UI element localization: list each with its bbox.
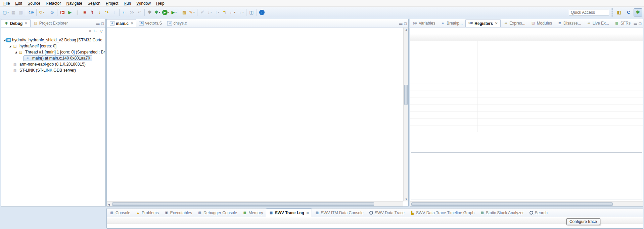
- tab-registers[interactable]: 1010Registers✕: [465, 19, 501, 27]
- vertical-scroll-thumb[interactable]: [404, 85, 408, 105]
- back-button[interactable]: ←▾: [228, 8, 237, 16]
- close-icon[interactable]: ✕: [495, 22, 498, 25]
- editor-vertical-scrollbar[interactable]: ▲ ▼: [403, 28, 408, 201]
- dropdown-arrow-icon[interactable]: ▾: [242, 11, 244, 14]
- tab-console[interactable]: ▤Console: [107, 208, 133, 217]
- dropdown-arrow-icon[interactable]: ▾: [175, 11, 177, 14]
- column-divider[interactable]: [477, 41, 477, 132]
- prev-annotation-button[interactable]: ↑▾: [214, 8, 221, 16]
- tab-problems[interactable]: ▲Problems: [133, 208, 162, 217]
- remove-all-terminated-icon[interactable]: ✕: [89, 29, 92, 33]
- horizontal-scroll-thumb[interactable]: [112, 202, 374, 206]
- debug-tree-item-1[interactable]: ◢▤hydrafw.elf [cores: 0]: [1, 43, 105, 49]
- dropdown-arrow-icon[interactable]: ▾: [7, 11, 9, 14]
- tab-swv-data-trace[interactable]: SWV Data Trace: [366, 208, 407, 217]
- external-tools-button[interactable]: ▶▾: [170, 8, 178, 16]
- step-into-button[interactable]: ↓: [96, 8, 103, 16]
- scroll-left-icon[interactable]: ◀: [108, 203, 110, 206]
- horizontal-scroll-thumb[interactable]: [411, 202, 613, 206]
- restart-button[interactable]: ↶: [136, 8, 143, 16]
- tab-static-stack-analyzer[interactable]: ▤Static Stack Analyzer: [477, 208, 526, 217]
- new-button[interactable]: ▢▾: [2, 8, 10, 16]
- scroll-down-icon[interactable]: ▼: [405, 198, 408, 201]
- debug-perspective-button[interactable]: ✱: [634, 8, 642, 16]
- cpp-perspective-button[interactable]: C: [624, 8, 633, 16]
- tab-live-ex[interactable]: ∞Live Ex...: [584, 19, 612, 27]
- skip-breakpoints-button[interactable]: ⊘: [48, 8, 56, 16]
- instruction-stepping-button[interactable]: i→: [121, 8, 128, 16]
- save-button[interactable]: ▦: [10, 8, 17, 16]
- last-edit-button[interactable]: ↰: [221, 8, 228, 16]
- dropdown-arrow-icon[interactable]: ▾: [168, 11, 170, 14]
- suspend-button[interactable]: ∥: [74, 8, 81, 16]
- maximize-icon[interactable]: ▢: [404, 22, 407, 25]
- view-menu-icon[interactable]: ▽: [100, 29, 103, 33]
- menu-item-window[interactable]: Window: [134, 0, 153, 6]
- format-button[interactable]: ✐: [199, 8, 206, 16]
- disconnect-button[interactable]: ↯: [88, 8, 96, 16]
- debug-tree-item-0[interactable]: ◢IDEhydrafw_hydranfc_shield_v2 Debug [ST…: [1, 37, 105, 43]
- tab-debugger-console[interactable]: ▤Debugger Console: [195, 208, 240, 217]
- menu-item-file[interactable]: File: [1, 0, 12, 6]
- close-icon[interactable]: ✕: [131, 22, 133, 25]
- tab-main-c[interactable]: .cmain.c✕: [107, 19, 136, 27]
- menu-item-source[interactable]: Source: [25, 0, 43, 6]
- expanded-arrow-icon[interactable]: ◢: [8, 45, 12, 48]
- tab-swv-trace-log[interactable]: ▦SWV Trace Log✕: [266, 208, 312, 217]
- tab-sfrs[interactable]: ▦SFRs: [612, 19, 633, 27]
- next-annotation-button[interactable]: ↓▾: [206, 8, 214, 16]
- dropdown-arrow-icon[interactable]: ▾: [234, 11, 236, 14]
- tab-expres[interactable]: ∞Expres...: [501, 19, 528, 27]
- terminate-button[interactable]: ■: [81, 8, 88, 16]
- tab-chsys-c[interactable]: .cchsys.c: [165, 19, 189, 27]
- tab-swv-data-trace-timeline-graph[interactable]: ▙SWV Data Trace Timeline Graph: [407, 208, 477, 217]
- dropdown-arrow-icon[interactable]: ▾: [218, 11, 219, 14]
- debug-tree-item-4[interactable]: ▥arm-none-eabi-gdb (8.1.0.20180315): [1, 61, 105, 67]
- tab-breakp[interactable]: ●Breakp...: [438, 19, 465, 27]
- menu-item-edit[interactable]: Edit: [12, 0, 25, 6]
- debug-tree-item-5[interactable]: ▥ST-LINK (ST-LINK GDB server): [1, 67, 105, 73]
- maximize-icon[interactable]: ▢: [639, 22, 642, 25]
- open-config-button[interactable]: ▩: [181, 8, 188, 16]
- tab-modules[interactable]: ▤Modules: [528, 19, 555, 27]
- step-over-button[interactable]: ↷: [103, 8, 110, 16]
- tab-vectors-s[interactable]: .Svectors.S: [136, 19, 165, 27]
- tab-executables[interactable]: ▣Executables: [162, 208, 195, 217]
- maximize-icon[interactable]: ▢: [101, 22, 104, 25]
- highlighter-button[interactable]: ✎▾: [188, 8, 195, 16]
- pin-editor-button[interactable]: ◫: [248, 8, 255, 16]
- menu-item-project[interactable]: Project: [103, 0, 121, 6]
- dropdown-arrow-icon[interactable]: ▾: [159, 11, 160, 14]
- instruction-stepping-mode-icon[interactable]: i→: [94, 29, 98, 33]
- menu-item-navigate[interactable]: Navigate: [63, 0, 85, 6]
- forward-button[interactable]: →▾: [236, 8, 245, 16]
- debug-tree-item-3[interactable]: ≡main() at main.c:140 0x801aa70: [1, 55, 105, 61]
- reset-start-button[interactable]: ▶: [59, 8, 66, 16]
- tab-swv-itm-data-console[interactable]: ▤SWV ITM Data Console: [312, 208, 366, 217]
- save-all-button[interactable]: ▥: [17, 8, 25, 16]
- menu-item-refactor[interactable]: Refactor: [43, 0, 63, 6]
- tab-variables[interactable]: (x)=Variables: [410, 19, 438, 27]
- expanded-arrow-icon[interactable]: ◢: [14, 51, 18, 54]
- debug-button[interactable]: ✱▾: [153, 8, 161, 16]
- dropdown-arrow-icon[interactable]: ▾: [43, 11, 45, 14]
- close-icon[interactable]: ✕: [25, 22, 27, 25]
- registers-horizontal-scrollbar[interactable]: [410, 201, 643, 206]
- step-filters-button[interactable]: ≫: [128, 8, 136, 16]
- dropdown-arrow-icon[interactable]: ▾: [193, 11, 195, 14]
- tab-memory[interactable]: ▦Memory: [240, 208, 266, 217]
- minimize-icon[interactable]: ▬: [96, 22, 100, 25]
- tab-search[interactable]: Search: [526, 208, 550, 217]
- resume-button[interactable]: ▶: [66, 8, 74, 16]
- run-button[interactable]: ▶▾: [161, 8, 171, 16]
- binary-editor-button[interactable]: 010: [28, 8, 35, 16]
- info-button[interactable]: i: [258, 8, 266, 16]
- tab-debug[interactable]: ✱Debug✕: [1, 19, 31, 27]
- code-editor[interactable]: [107, 28, 403, 201]
- interrupt-button[interactable]: ✱: [146, 8, 153, 16]
- minimize-icon[interactable]: ▬: [634, 22, 637, 25]
- step-return-button[interactable]: ↑: [110, 8, 118, 16]
- quick-access-input[interactable]: [569, 9, 609, 16]
- close-icon[interactable]: ✕: [306, 211, 309, 215]
- column-divider[interactable]: [505, 41, 505, 132]
